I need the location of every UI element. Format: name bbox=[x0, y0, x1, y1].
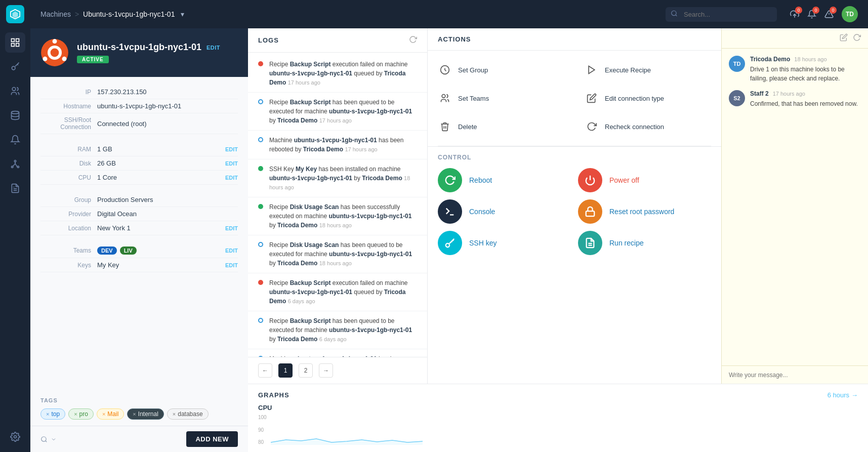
graphs-time-label: 6 hours bbox=[828, 391, 849, 399]
sidebar-item-users[interactable] bbox=[5, 81, 25, 101]
detail-disk-label: Disk bbox=[40, 160, 91, 167]
detail-cpu: CPU 1 Core EDIT bbox=[40, 171, 238, 185]
upload-button[interactable]: 0 bbox=[790, 10, 799, 19]
pagination-page1[interactable]: 1 bbox=[278, 363, 293, 378]
tag-top[interactable]: × top bbox=[40, 408, 65, 420]
edit-connection-icon bbox=[585, 91, 599, 105]
tag-remove-icon[interactable]: × bbox=[173, 411, 176, 417]
log-text: Recipe Backup Script has been queued to … bbox=[269, 98, 417, 125]
user-avatar[interactable]: TD bbox=[842, 6, 858, 22]
log-item: Machine ubuntu-s-1vcpu-1gb-nyc1-01 has b… bbox=[248, 131, 427, 159]
control-console[interactable]: Console bbox=[438, 199, 571, 224]
dropdown-arrow-icon[interactable] bbox=[51, 436, 57, 442]
action-edit-connection[interactable]: Edit connection type bbox=[574, 84, 721, 112]
set-teams-icon bbox=[438, 91, 452, 105]
sidebar-item-dashboard[interactable] bbox=[5, 32, 25, 53]
detail-cpu-label: CPU bbox=[40, 174, 91, 181]
detail-group: Group Production Servers bbox=[40, 193, 238, 207]
detail-ssh-value: Connected (root) bbox=[97, 120, 238, 128]
sidebar-item-database[interactable] bbox=[5, 105, 25, 126]
action-delete[interactable]: Delete bbox=[428, 112, 574, 141]
detail-cpu-edit-button[interactable]: EDIT bbox=[225, 175, 238, 181]
upload-badge: 0 bbox=[795, 7, 802, 14]
alerts-button[interactable]: 0 bbox=[824, 10, 834, 19]
logs-refresh-button[interactable] bbox=[409, 35, 417, 45]
run-recipe-label: Run recipe bbox=[609, 239, 644, 247]
detail-cpu-value: 1 Core bbox=[97, 174, 221, 181]
nav-icon-group: 0 0 0 TD bbox=[790, 6, 858, 22]
action-recheck-connection[interactable]: Recheck connection bbox=[574, 112, 721, 141]
control-power-off[interactable]: Power off bbox=[578, 168, 711, 192]
detail-hostname-label: Hostname bbox=[40, 103, 91, 110]
right-content: LOGS Recipe Backup Script execution fail… bbox=[248, 28, 868, 452]
console-label: Console bbox=[469, 208, 495, 216]
tag-internal[interactable]: × Internal bbox=[127, 408, 163, 420]
sidebar-item-notifications[interactable] bbox=[5, 130, 25, 150]
breadcrumb-dropdown-icon[interactable]: ▾ bbox=[181, 10, 184, 18]
breadcrumb-machines[interactable]: Machines bbox=[40, 10, 71, 18]
chat-refresh-button[interactable] bbox=[853, 33, 861, 43]
log-item: Recipe Backup Script has been queued to … bbox=[248, 311, 427, 349]
control-run-recipe[interactable]: Run recipe bbox=[578, 231, 711, 255]
log-dot-success bbox=[258, 204, 263, 209]
pagination-next[interactable]: → bbox=[319, 363, 333, 378]
search-input[interactable] bbox=[666, 7, 777, 22]
svg-line-26 bbox=[46, 440, 47, 442]
log-text: Recipe Backup Script has been queued to … bbox=[269, 316, 417, 344]
tag-mail[interactable]: × Mail bbox=[97, 408, 124, 420]
graphs-time-arrow: → bbox=[851, 391, 858, 399]
chat-meta-1: Tricoda Demo 18 hours ago bbox=[750, 56, 861, 63]
chat-text-2: Confirmed, that has been removed now. bbox=[750, 99, 861, 108]
detail-provider: Provider Digital Ocean bbox=[40, 207, 238, 221]
action-set-teams[interactable]: Set Teams bbox=[428, 84, 574, 112]
action-set-group[interactable]: Set Group bbox=[428, 56, 574, 84]
machine-name-edit-button[interactable]: EDIT bbox=[206, 45, 220, 51]
chat-edit-button[interactable] bbox=[840, 33, 848, 43]
control-title: CONTROL bbox=[438, 154, 711, 161]
set-teams-label: Set Teams bbox=[458, 95, 489, 102]
detail-hostname: Hostname ubuntu-s-1vcpu-1gb-nyc1-01 bbox=[40, 99, 238, 113]
graphs-time-selector[interactable]: 6 hours → bbox=[828, 391, 858, 399]
log-pagination: ← 1 2 → bbox=[248, 357, 427, 384]
run-recipe-icon bbox=[578, 231, 602, 255]
control-reset-root[interactable]: Reset root password bbox=[578, 199, 711, 224]
log-item: Machine ubuntu-s-1vcpu-1gb-nyc1-01 has b… bbox=[248, 349, 427, 357]
chat-message-input[interactable] bbox=[729, 372, 861, 379]
detail-ram-label: RAM bbox=[40, 146, 91, 153]
detail-teams-label: Teams bbox=[40, 247, 91, 254]
tag-remove-icon[interactable]: × bbox=[74, 411, 77, 417]
sidebar-item-topology[interactable] bbox=[5, 154, 25, 174]
chat-input-area bbox=[722, 365, 868, 384]
chat-panel: TD Tricoda Demo 18 hours ago Drive 1 on … bbox=[721, 28, 868, 384]
cpu-graph-label: CPU bbox=[258, 404, 423, 412]
sidebar-item-keys[interactable] bbox=[5, 57, 25, 77]
detail-location-value: New York 1 bbox=[97, 224, 221, 232]
svg-point-33 bbox=[446, 243, 449, 247]
sidebar-item-reports[interactable] bbox=[5, 178, 25, 198]
tag-pro[interactable]: × pro bbox=[68, 408, 94, 420]
action-execute-recipe[interactable]: Execute Recipe bbox=[574, 56, 721, 84]
detail-location-edit-button[interactable]: EDIT bbox=[225, 225, 238, 231]
detail-keys-edit-button[interactable]: EDIT bbox=[225, 262, 238, 268]
detail-ssh: SSH/Root Connection Connected (root) bbox=[40, 113, 238, 134]
notifications-button[interactable]: 0 bbox=[807, 10, 816, 19]
tag-remove-icon[interactable]: × bbox=[46, 411, 49, 417]
tag-remove-icon[interactable]: × bbox=[133, 411, 136, 417]
cpu-y-axis: 100 90 80 bbox=[258, 415, 267, 445]
chat-sender-name-2: Staff 2 bbox=[750, 90, 769, 97]
add-new-button[interactable]: ADD NEW bbox=[186, 431, 238, 447]
control-ssh-key[interactable]: SSH key bbox=[438, 231, 571, 255]
tag-remove-icon[interactable]: × bbox=[102, 411, 105, 417]
detail-disk-edit-button[interactable]: EDIT bbox=[225, 160, 238, 167]
tag-database[interactable]: × database bbox=[167, 408, 209, 420]
pagination-page2[interactable]: 2 bbox=[299, 363, 313, 378]
app-logo[interactable] bbox=[6, 5, 24, 23]
pagination-prev[interactable]: ← bbox=[258, 363, 272, 378]
log-dot-success bbox=[258, 166, 263, 171]
power-off-label: Power off bbox=[609, 176, 639, 184]
sidebar-item-settings[interactable] bbox=[5, 427, 25, 447]
detail-ram-edit-button[interactable]: EDIT bbox=[225, 146, 238, 152]
control-reboot[interactable]: Reboot bbox=[438, 168, 571, 192]
detail-teams-edit-button[interactable]: EDIT bbox=[225, 248, 238, 254]
notifications-badge: 0 bbox=[812, 7, 819, 14]
